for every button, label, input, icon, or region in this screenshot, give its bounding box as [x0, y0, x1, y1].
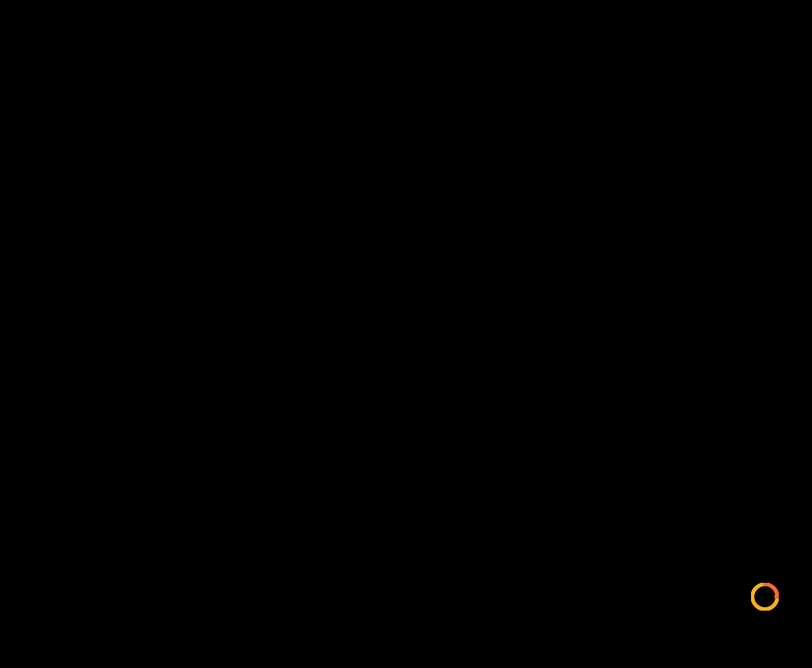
watermark-text	[784, 567, 805, 632]
terminal-output[interactable]	[0, 0, 812, 668]
watermark	[709, 567, 805, 632]
svg-point-0	[775, 594, 779, 599]
logo-icon	[709, 568, 779, 631]
